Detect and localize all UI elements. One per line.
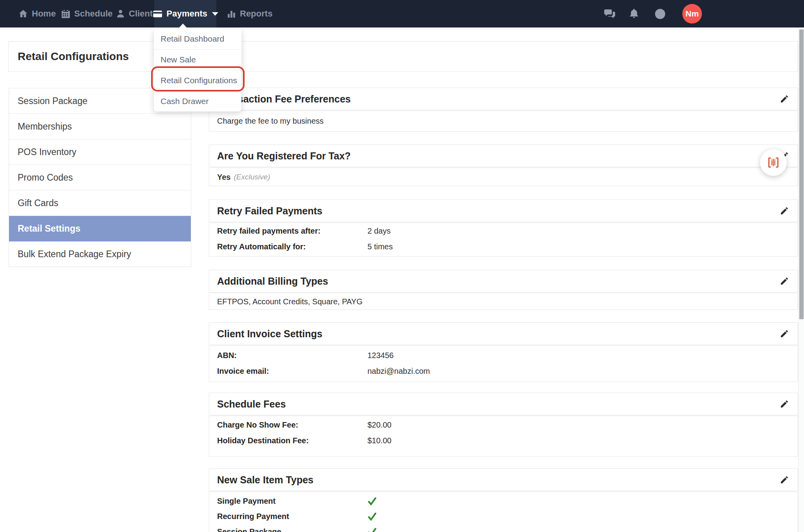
- calendar-icon: [61, 9, 71, 19]
- panel-transaction-fee-preferences: Transaction Fee Preferences Charge the f…: [209, 88, 798, 132]
- sidebar-item-pos-inventory[interactable]: POS Inventory: [9, 139, 191, 165]
- nav-label-reports: Reports: [240, 9, 272, 19]
- config-sidebar: Session Package Memberships POS Inventor…: [9, 88, 191, 267]
- nav-item-home[interactable]: Home: [18, 0, 56, 27]
- panel-value-note: (Exclusive): [234, 173, 270, 181]
- row-value: 2 days: [367, 227, 391, 236]
- page-title: Retail Configurations: [18, 50, 129, 63]
- nav-item-clients[interactable]: Clients: [116, 0, 157, 27]
- check-icon: [367, 512, 377, 521]
- dropdown-pointer: [177, 24, 189, 30]
- person-icon: [116, 9, 125, 18]
- barcode-icon: [766, 155, 781, 170]
- edit-icon[interactable]: [780, 94, 789, 104]
- panel-value: EFTPOS, Account Credits, Square, PAYG: [217, 297, 363, 306]
- row-value: 5 times: [367, 242, 393, 251]
- nav-label-home: Home: [32, 9, 56, 19]
- scrollbar-track[interactable]: [798, 27, 804, 532]
- panel-new-sale-item-types: New Sale Item Types Single Payment Recur…: [209, 468, 798, 532]
- sidebar-item-promo-codes[interactable]: Promo Codes: [9, 165, 191, 190]
- credit-card-icon: [152, 9, 163, 19]
- row-label: Session Package: [217, 527, 367, 532]
- nav-item-schedule[interactable]: Schedule: [61, 0, 113, 27]
- panel-value: Yes: [217, 173, 230, 182]
- panel-retry-failed-payments: Retry Failed Payments Retry failed payme…: [209, 199, 798, 257]
- messages-button[interactable]: [603, 0, 616, 27]
- row-label: ABN:: [217, 351, 367, 360]
- menu-item-new-sale[interactable]: New Sale: [154, 49, 241, 70]
- edit-icon[interactable]: [780, 206, 789, 216]
- panel-title: New Sale Item Types: [217, 474, 780, 486]
- page-header: Retail Configurations: [8, 41, 798, 72]
- check-icon: [367, 528, 377, 532]
- menu-item-cash-drawer[interactable]: Cash Drawer: [154, 91, 241, 112]
- row-label: Holiday Destination Fee:: [217, 436, 367, 445]
- row-value: 123456: [367, 351, 394, 360]
- avatar[interactable]: Nm: [682, 4, 702, 24]
- chevron-down-icon: [212, 12, 218, 16]
- nav-label-payments: Payments: [166, 9, 207, 19]
- history-button[interactable]: [654, 0, 666, 27]
- notifications-button[interactable]: [628, 0, 640, 27]
- edit-icon[interactable]: [780, 276, 789, 286]
- barcode-scanner-widget[interactable]: [760, 149, 787, 176]
- row-label: Retry failed payments after:: [217, 227, 367, 236]
- panel-title: Retry Failed Payments: [217, 205, 780, 217]
- edit-icon[interactable]: [780, 399, 789, 409]
- panel-schedule-fees: Schedule Fees Charge No Show Fee: $20.00…: [209, 393, 798, 457]
- row-label: Single Payment: [217, 497, 367, 506]
- edit-icon[interactable]: [780, 475, 789, 484]
- row-value: $20.00: [367, 420, 391, 430]
- payments-dropdown-menu: Retail Dashboard New Sale Retail Configu…: [154, 29, 241, 112]
- check-icon: [367, 497, 377, 506]
- panel-title: Client Invoice Settings: [217, 328, 780, 340]
- panel-title: Transaction Fee Preferences: [217, 93, 780, 105]
- nav-label-schedule: Schedule: [74, 9, 113, 19]
- row-label: Charge No Show Fee:: [217, 420, 367, 430]
- sidebar-item-gift-cards[interactable]: Gift Cards: [9, 190, 191, 216]
- clock-icon: [654, 8, 666, 20]
- sidebar-item-bulk-extend-package-expiry[interactable]: Bulk Extend Package Expiry: [9, 241, 191, 267]
- sidebar-item-retail-settings[interactable]: Retail Settings: [9, 216, 191, 241]
- home-icon: [18, 9, 28, 19]
- row-value: $10.00: [367, 436, 391, 445]
- avatar-initials: Nm: [685, 9, 699, 18]
- row-value: nabzi@nabzi.com: [367, 367, 430, 376]
- chat-bubbles-icon: [603, 8, 616, 20]
- menu-item-retail-configurations[interactable]: Retail Configurations: [154, 70, 241, 91]
- panel-client-invoice-settings: Client Invoice Settings ABN: 123456 Invo…: [209, 322, 798, 382]
- row-label: Invoice email:: [217, 367, 367, 376]
- panel-additional-billing-types: Additional Billing Types EFTPOS, Account…: [209, 270, 798, 310]
- panel-value: Charge the fee to my business: [217, 117, 323, 126]
- panel-title: Are You Registered For Tax?: [217, 150, 780, 162]
- sidebar-item-memberships[interactable]: Memberships: [9, 114, 191, 139]
- bell-icon: [628, 8, 640, 20]
- panel-registered-for-tax: Are You Registered For Tax? Yes (Exclusi…: [209, 144, 798, 186]
- edit-icon[interactable]: [780, 329, 789, 338]
- scrollbar-thumb[interactable]: [799, 29, 804, 319]
- panel-title: Additional Billing Types: [217, 276, 780, 287]
- row-label: Recurring Payment: [217, 512, 367, 521]
- row-label: Retry Automatically for:: [217, 242, 367, 251]
- menu-item-retail-dashboard[interactable]: Retail Dashboard: [154, 29, 241, 49]
- bar-chart-icon: [227, 9, 236, 19]
- nav-item-reports[interactable]: Reports: [227, 0, 272, 27]
- panel-title: Schedule Fees: [217, 399, 780, 410]
